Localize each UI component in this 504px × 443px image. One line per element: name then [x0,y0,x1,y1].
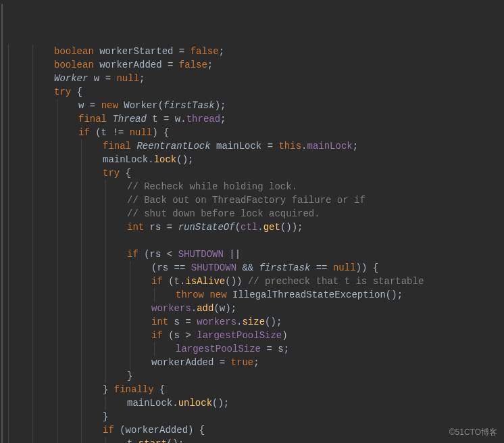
token-op: > [185,330,191,341]
indent-guide [81,139,82,153]
indent-guide [8,166,9,180]
token-kw: null [116,73,139,84]
code-line: (rs == SHUTDOWN && firstTask == null)) { [0,261,504,275]
indent-guide [57,126,57,139]
token-plain [191,330,197,341]
token-plain: (); [167,438,184,443]
indent-guide [32,126,33,139]
token-plain: s; [272,344,289,354]
code-editor[interactable]: boolean workerStarted = false;boolean wo… [0,0,504,443]
token-plain: workerStarted [94,46,179,57]
token-plain: . [191,303,197,314]
indent-guide [8,207,9,220]
indent-guide [8,99,9,112]
indent-guide [8,275,9,288]
token-kw: finally [114,384,154,395]
indent-guide [8,369,9,383]
indent-guide [32,72,33,85]
token-op: == [316,262,328,273]
indent-guide [57,180,57,193]
indent-guide [8,315,9,329]
token-comment: // Recheck while holding lock. [127,181,297,192]
code-content: boolean workerStarted = false;boolean wo… [0,45,504,443]
indent-guide [32,153,33,166]
indent-guide [32,288,33,302]
token-plain [95,100,101,111]
token-kw: if [127,249,138,260]
indent-guide [32,139,33,153]
code-line: // Back out on ThreadFactory failure or … [0,193,504,207]
code-line: int s = workers.size(); [0,315,504,329]
token-plain: IllegalThreadStateException(); [227,289,403,300]
indent-guide [81,275,82,288]
indent-guide [130,261,130,275]
indent-guide [81,261,82,275]
code-line: boolean workerStarted = false; [0,45,504,58]
indent-guide [57,302,57,315]
indent-guide [8,423,9,437]
code-line: // Recheck while holding lock. [0,180,504,193]
indent-guide [57,437,57,443]
indent-guide [105,302,106,315]
indent-guide [105,356,106,369]
indent-guide [57,153,57,166]
indent-guide [57,369,57,383]
indent-guide [81,356,82,369]
indent-guide [32,58,33,72]
token-plain: mainLock [211,141,268,151]
token-fn: unlock [178,398,212,409]
token-plain [310,262,316,273]
token-plain: (t [90,127,113,138]
token-plain: } [103,411,108,422]
indent-guide [57,423,57,437]
token-plain: w [88,73,105,84]
token-plain: ; [207,60,213,70]
token-kw: if [103,425,114,436]
token-kw: int [151,317,168,327]
token-plain: (rs [138,249,167,260]
indent-guide [32,166,33,180]
token-kw: throw new [176,289,227,300]
indent-guide [81,302,82,315]
indent-guide [81,234,82,248]
indent-guide [81,369,82,383]
indent-guide [81,342,82,356]
indent-guide [8,58,9,72]
token-op: != [112,127,124,138]
token-type: ReentrantLock [136,141,210,151]
indent-guide [105,261,106,275]
token-kw: true [231,357,254,368]
token-op: && [242,262,253,273]
token-field: workers [151,303,191,314]
token-fn: isAlive [185,276,225,287]
indent-guide [8,248,9,261]
indent-guide [57,99,57,112]
indent-guide [8,126,9,139]
indent-guide [8,220,9,234]
indent-guide [8,356,9,369]
indent-guide [32,261,33,275]
indent-guide [81,315,82,329]
token-comment: // precheck that t is startable [248,276,424,287]
indent-guide [105,193,106,207]
token-kw: if [151,276,163,287]
indent-guide [81,329,82,342]
indent-guide [57,383,57,396]
indent-guide [81,166,82,180]
token-plain: )) { [356,262,379,273]
token-field: thread [186,114,220,124]
token-plain: s [168,317,185,327]
token-plain: } [127,371,132,381]
token-kw: null [333,262,356,273]
token-plain: mainLock. [127,398,178,409]
token-param: runStateOf [178,222,235,233]
indent-guide [130,329,130,342]
token-kw: boolean [54,60,94,70]
code-line: } [0,410,504,423]
indent-guide [130,275,130,288]
indent-guide [57,139,57,153]
token-kw: boolean [54,46,94,57]
indent-guide [32,193,33,207]
code-line: if (s > largestPoolSize) [0,329,504,342]
token-kw: final [78,114,107,124]
